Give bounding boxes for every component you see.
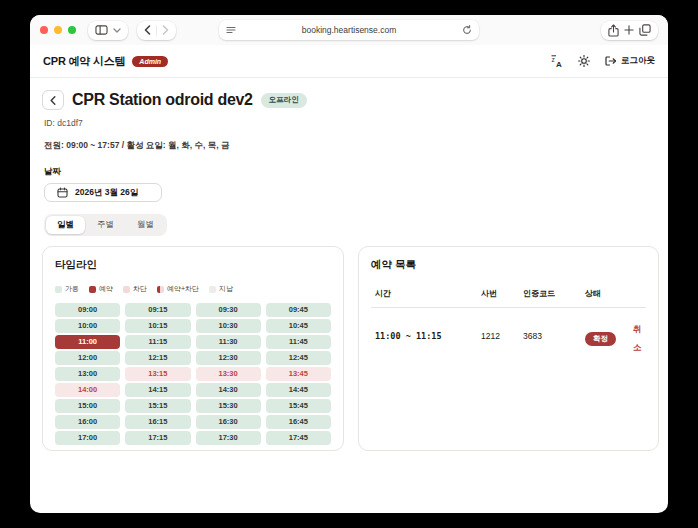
- cancel-booking-link[interactable]: 취소: [633, 324, 642, 352]
- translate-icon: zA: [551, 55, 563, 67]
- bookings-table: 시간 사번 인증코드 상태 11:00 ~ 11:15 1212 3683 확정…: [371, 288, 646, 354]
- svg-text:A: A: [556, 60, 562, 68]
- reader-icon[interactable]: [226, 25, 236, 35]
- legend-label: 예약: [99, 284, 113, 294]
- legend-item: 예약+차단: [157, 284, 199, 294]
- logout-icon: [605, 56, 617, 66]
- time-slot[interactable]: 10:30: [196, 319, 261, 333]
- time-slot[interactable]: 09:00: [55, 303, 120, 317]
- sidebar-icon: [95, 24, 108, 36]
- bookings-title: 예약 목록: [371, 258, 646, 272]
- legend-label: 가용: [65, 284, 79, 294]
- legend-swatch: [157, 286, 164, 293]
- timeline-legend: 가용 예약 차단: [55, 284, 331, 294]
- col-employee-no: 사번: [481, 288, 523, 299]
- timeline-slot-grid: 09:00 09:15 09:30 09:45 10:00 10:15 10:3…: [55, 303, 331, 445]
- browser-window: booking.heartisense.com CPR 예약 시스템 Admin…: [30, 15, 668, 513]
- time-slot[interactable]: 12:00: [55, 351, 120, 365]
- time-slot[interactable]: 17:30: [196, 431, 261, 445]
- time-slot[interactable]: 09:15: [125, 303, 190, 317]
- time-slot[interactable]: 13:45: [266, 367, 331, 381]
- time-slot[interactable]: 10:15: [125, 319, 190, 333]
- time-slot[interactable]: 17:45: [266, 431, 331, 445]
- time-slot[interactable]: 11:30: [196, 335, 261, 349]
- theme-toggle-button[interactable]: [578, 55, 590, 67]
- time-slot[interactable]: 14:45: [266, 383, 331, 397]
- legend-label: 예약+차단: [167, 284, 199, 294]
- time-slot[interactable]: 13:30: [196, 367, 261, 381]
- back-icon[interactable]: [144, 25, 151, 35]
- time-slot[interactable]: 17:00: [55, 431, 120, 445]
- time-slot[interactable]: 15:00: [55, 399, 120, 413]
- logout-button[interactable]: 로그아웃: [605, 55, 655, 67]
- time-slot[interactable]: 10:00: [55, 319, 120, 333]
- divider: [156, 25, 157, 36]
- time-slot[interactable]: 09:30: [196, 303, 261, 317]
- share-icon[interactable]: [608, 24, 619, 37]
- booking-action-cell: 취소: [633, 318, 642, 354]
- time-slot[interactable]: 16:45: [266, 415, 331, 429]
- calendar-icon: [57, 187, 68, 198]
- close-window-button[interactable]: [40, 26, 48, 34]
- view-tab[interactable]: 주별: [86, 216, 125, 234]
- back-button[interactable]: [42, 90, 64, 110]
- time-slot[interactable]: 16:00: [55, 415, 120, 429]
- station-title: CPR Station odroid dev2: [72, 91, 253, 109]
- time-slot[interactable]: 13:00: [55, 367, 120, 381]
- date-value: 2026년 3월 26일: [75, 187, 138, 199]
- view-tab[interactable]: 일별: [46, 216, 85, 234]
- date-picker-button[interactable]: 2026년 3월 26일: [44, 183, 162, 202]
- chevron-down-icon: [113, 26, 121, 34]
- col-status: 상태: [585, 288, 633, 299]
- legend-swatch: [89, 286, 96, 293]
- time-slot[interactable]: 15:45: [266, 399, 331, 413]
- station-power-info: 전원: 09:00 ~ 17:57 / 활성 요일: 월, 화, 수, 목, 금: [44, 140, 656, 152]
- tab-overview-icon[interactable]: [639, 24, 651, 36]
- time-slot[interactable]: 11:45: [266, 335, 331, 349]
- url-bar[interactable]: booking.heartisense.com: [219, 20, 479, 40]
- col-auth-code: 인증코드: [523, 288, 585, 299]
- time-slot[interactable]: 12:45: [266, 351, 331, 365]
- logout-label: 로그아웃: [621, 55, 655, 67]
- timeline-title: 타임라인: [55, 258, 331, 272]
- time-slot[interactable]: 14:15: [125, 383, 190, 397]
- nav-buttons: [137, 21, 176, 40]
- legend-label: 차단: [133, 284, 147, 294]
- legend-item: 차단: [123, 284, 147, 294]
- time-slot[interactable]: 14:30: [196, 383, 261, 397]
- header-actions: zA 로그아웃: [551, 55, 655, 67]
- time-slot[interactable]: 13:15: [125, 367, 190, 381]
- minimize-window-button[interactable]: [54, 26, 62, 34]
- time-slot[interactable]: 10:45: [266, 319, 331, 333]
- language-toggle-button[interactable]: zA: [551, 55, 563, 67]
- time-slot[interactable]: 15:15: [125, 399, 190, 413]
- time-slot[interactable]: 16:30: [196, 415, 261, 429]
- zoom-window-button[interactable]: [68, 26, 76, 34]
- timeline-card: 타임라인 가용 예약: [42, 246, 344, 451]
- url-text: booking.heartisense.com: [236, 25, 462, 35]
- view-tabs: 일별 주별 월별: [44, 214, 167, 236]
- time-slot[interactable]: 11:00: [55, 335, 120, 349]
- refresh-icon[interactable]: [462, 25, 472, 35]
- svg-text:z: z: [552, 56, 555, 63]
- window-controls: [40, 26, 76, 34]
- time-slot[interactable]: 15:30: [196, 399, 261, 413]
- time-slot[interactable]: 11:15: [125, 335, 190, 349]
- booking-auth-code: 3683: [523, 331, 585, 341]
- sidebar-toggle-button[interactable]: [88, 21, 128, 40]
- app-title: CPR 예약 시스템: [43, 54, 125, 69]
- time-slot[interactable]: 12:15: [125, 351, 190, 365]
- time-slot[interactable]: 14:00: [55, 383, 120, 397]
- booking-employee-no: 1212: [481, 331, 523, 341]
- toolbar-right-tools: [601, 21, 658, 40]
- forward-icon[interactable]: [162, 25, 169, 35]
- time-slot[interactable]: 09:45: [266, 303, 331, 317]
- booking-time: 11:00 ~ 11:15: [375, 331, 481, 341]
- bookings-table-header: 시간 사번 인증코드 상태: [371, 288, 646, 308]
- new-tab-icon[interactable]: [624, 25, 634, 35]
- time-slot[interactable]: 16:15: [125, 415, 190, 429]
- booking-status-cell: 확정: [585, 327, 633, 346]
- time-slot[interactable]: 17:15: [125, 431, 190, 445]
- time-slot[interactable]: 12:30: [196, 351, 261, 365]
- view-tab[interactable]: 월별: [126, 216, 165, 234]
